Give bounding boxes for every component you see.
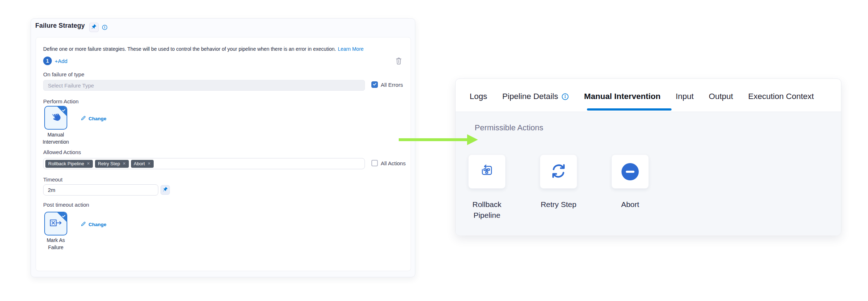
tab-input[interactable]: Input <box>675 92 693 101</box>
allowed-actions-label: Allowed Actions <box>43 149 81 155</box>
tabs-row: Logs Pipeline Details Manual Interventio… <box>470 92 814 101</box>
action-label-rollback-pipeline: Rollback Pipeline <box>462 199 512 221</box>
action-card-rollback-pipeline[interactable] <box>468 154 506 189</box>
add-strategy-button[interactable]: +Add <box>55 58 67 64</box>
rollback-pipeline-icon <box>479 163 494 180</box>
change-post-timeout-link[interactable]: Change <box>81 221 107 228</box>
failure-strategy-panel: Failure Strategy Define one or more fail… <box>31 18 415 277</box>
learn-more-link[interactable]: Learn More <box>338 46 364 52</box>
all-actions-checkbox[interactable] <box>371 160 378 166</box>
tag-remove-icon[interactable]: ✕ <box>148 161 151 166</box>
all-errors-checkbox[interactable] <box>371 81 378 88</box>
pin-title-button[interactable] <box>89 23 99 32</box>
selected-check-icon <box>62 107 66 114</box>
pencil-icon <box>81 221 86 228</box>
change-label: Change <box>89 116 107 121</box>
strategy-description: Define one or more failure strategies. T… <box>43 46 363 52</box>
strategy-index-badge[interactable]: 1 <box>43 57 52 65</box>
tab-pipeline-details[interactable]: Pipeline Details <box>502 92 569 101</box>
post-timeout-tile[interactable] <box>44 212 67 235</box>
abort-bar <box>626 171 634 173</box>
on-failure-label: On failure of type <box>43 71 84 77</box>
pin-icon <box>91 24 97 31</box>
allowed-actions-input[interactable]: Rollback Pipeline✕ Retry Step✕ Abort✕ <box>43 158 365 169</box>
manual-intervention-content: Permissible Actions Rollback Pipeline Re… <box>456 112 841 235</box>
check-icon <box>372 81 377 88</box>
tag-label: Abort <box>134 161 145 166</box>
info-icon[interactable] <box>102 24 108 30</box>
post-timeout-label: Post timeout action <box>43 202 89 208</box>
active-tab-underline <box>587 108 672 111</box>
tag-label: Rollback Pipeline <box>48 161 84 166</box>
perform-action-caption: Manual Intervention <box>40 131 72 145</box>
page: Failure Strategy Define one or more fail… <box>0 0 868 301</box>
tag-label: Retry Step <box>98 161 120 166</box>
tab-execution-context[interactable]: Execution Context <box>748 92 814 101</box>
panel-title: Failure Strategy <box>35 22 85 30</box>
tab-output[interactable]: Output <box>709 92 733 101</box>
info-icon[interactable] <box>561 93 569 100</box>
flow-arrow <box>399 134 478 147</box>
delete-strategy-icon[interactable] <box>395 57 402 65</box>
abort-icon <box>621 163 639 180</box>
retry-icon <box>550 163 567 181</box>
timeout-input[interactable] <box>43 184 158 196</box>
perform-action-label: Perform Action <box>43 98 78 104</box>
pin-icon <box>163 187 168 193</box>
tag-remove-icon[interactable]: ✕ <box>87 161 90 166</box>
tab-label: Pipeline Details <box>502 92 558 101</box>
change-perform-action-link[interactable]: Change <box>81 115 107 122</box>
action-card-retry-step[interactable] <box>540 154 577 189</box>
tag-retry-step[interactable]: Retry Step✕ <box>95 160 129 168</box>
all-errors-label: All Errors <box>381 82 403 88</box>
post-timeout-caption: Mark As Failure <box>41 237 70 251</box>
action-label-retry-step: Retry Step <box>533 199 584 210</box>
description-text: Define one or more failure strategies. T… <box>43 46 336 52</box>
strategy-card: Define one or more failure strategies. T… <box>36 37 411 271</box>
selected-check-icon <box>62 213 66 220</box>
action-card-abort[interactable] <box>611 154 649 189</box>
tab-logs[interactable]: Logs <box>470 92 487 101</box>
perform-action-tile[interactable] <box>44 106 67 130</box>
change-label: Change <box>89 222 107 227</box>
all-actions-label: All Actions <box>381 160 406 166</box>
tag-abort[interactable]: Abort✕ <box>131 160 154 168</box>
failure-type-select[interactable] <box>43 80 365 91</box>
action-label-abort: Abort <box>605 199 655 210</box>
step-details-panel: Logs Pipeline Details Manual Interventio… <box>455 78 841 235</box>
permissible-actions-heading: Permissible Actions <box>475 123 543 132</box>
timeout-label: Timeout <box>43 176 63 183</box>
tab-manual-intervention[interactable]: Manual Intervention <box>584 92 661 101</box>
tag-rollback-pipeline[interactable]: Rollback Pipeline✕ <box>45 160 93 168</box>
pencil-icon <box>81 115 86 122</box>
tag-remove-icon[interactable]: ✕ <box>122 161 126 166</box>
pin-timeout-button[interactable] <box>161 185 170 195</box>
